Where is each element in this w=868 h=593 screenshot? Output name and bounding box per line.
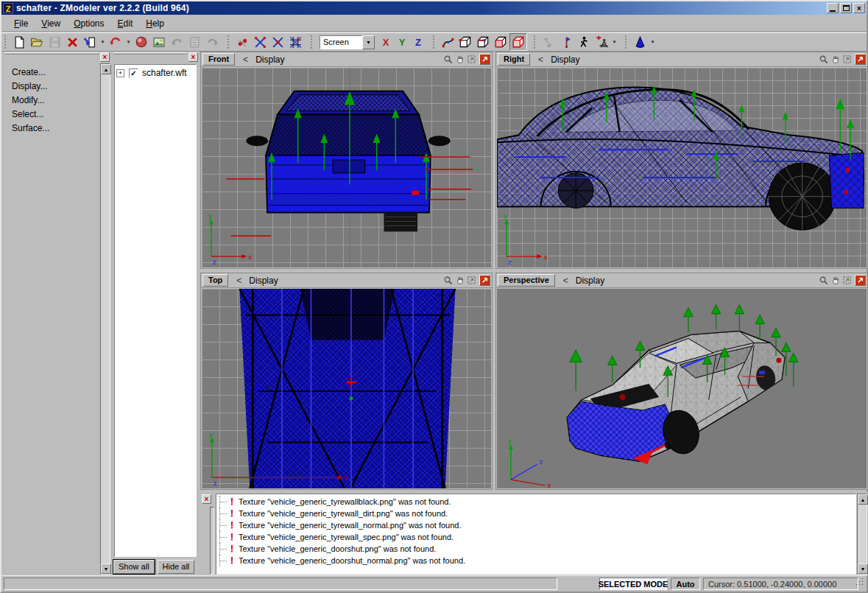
tree-panel-close-button[interactable]: × — [188, 52, 198, 62]
menu-options[interactable]: Options — [67, 17, 110, 30]
toolbar-grip[interactable] — [625, 35, 628, 49]
command-modify[interactable]: Modify... — [3, 93, 110, 107]
toolbar-grip[interactable] — [227, 35, 230, 49]
tree-item-schafter[interactable]: + ✓ schafter.wft — [115, 65, 196, 81]
zoom-region-icon[interactable] — [841, 54, 853, 65]
viewport-nav-glyph[interactable]: < — [243, 55, 248, 65]
hide-all-button[interactable]: Hide all — [158, 560, 195, 574]
select-edges-button[interactable] — [251, 33, 269, 51]
minimize-button[interactable] — [827, 3, 839, 13]
render-button[interactable] — [133, 33, 150, 51]
menu-help[interactable]: Help — [139, 17, 171, 30]
viewport-nav-glyph[interactable]: < — [563, 276, 568, 286]
screen-select-dropdown-icon[interactable]: ▼ — [362, 35, 375, 49]
menu-edit[interactable]: Edit — [111, 17, 140, 30]
visibility-checkbox[interactable]: ✓ — [129, 69, 138, 78]
export-dropdown[interactable]: ▼ — [124, 34, 133, 50]
scroll-down-icon[interactable]: ▼ — [858, 564, 868, 574]
import-dropdown[interactable]: ▼ — [99, 34, 107, 50]
log-scrollbar[interactable]: ▲ ▼ — [857, 494, 867, 575]
spline-tool-button[interactable] — [439, 33, 456, 51]
pan-hand-icon[interactable] — [830, 54, 841, 65]
level-faces-button[interactable] — [492, 33, 509, 51]
new-file-button[interactable] — [10, 33, 28, 51]
maximize-viewport-icon[interactable] — [479, 54, 490, 65]
scroll-down-icon[interactable]: ▼ — [101, 564, 111, 574]
command-surface[interactable]: Surface... — [3, 121, 110, 135]
viewport-perspective-canvas[interactable]: y z x — [497, 289, 867, 488]
select-faces-button[interactable] — [269, 33, 286, 51]
viewport-nav-glyph[interactable]: < — [538, 55, 543, 65]
log-panel-grip[interactable] — [210, 507, 214, 575]
pan-hand-icon[interactable] — [454, 275, 465, 286]
level-edges-button[interactable] — [474, 33, 492, 51]
zoom-icon[interactable] — [818, 54, 829, 65]
open-file-button[interactable] — [28, 33, 46, 51]
toolbar-grip[interactable] — [311, 35, 314, 49]
maximize-viewport-icon[interactable] — [855, 54, 866, 65]
scroll-up-icon[interactable]: ▲ — [101, 64, 111, 74]
maximize-viewport-icon[interactable] — [855, 275, 866, 286]
scroll-up-icon[interactable]: ▲ — [858, 494, 868, 505]
select-vertices-button[interactable] — [233, 33, 251, 51]
close-button[interactable]: × — [853, 3, 865, 13]
zoom-icon[interactable] — [818, 275, 829, 286]
import-button[interactable] — [81, 33, 99, 51]
axis-y-button[interactable]: Y — [394, 34, 410, 50]
zoom-region-icon[interactable] — [466, 54, 477, 65]
bones-tool-button[interactable] — [593, 33, 610, 51]
pan-hand-icon[interactable] — [454, 54, 465, 65]
viewport-display-menu[interactable]: Display — [255, 55, 442, 65]
viewport-display-menu[interactable]: Display — [249, 276, 442, 286]
axis-z-button[interactable]: Z — [410, 34, 426, 50]
pin-tool-button[interactable] — [557, 33, 575, 51]
viewport-display-menu[interactable]: Display — [551, 55, 817, 65]
viewport-right-canvas[interactable]: y x z — [497, 68, 867, 267]
command-panel-scrollbar[interactable]: ▲ ▼ — [100, 63, 110, 575]
viewport-top-label-button[interactable]: Top — [202, 274, 228, 287]
viewport-display-menu[interactable]: Display — [576, 276, 817, 286]
resize-grip-icon[interactable] — [855, 577, 865, 590]
show-all-button[interactable]: Show all — [113, 560, 155, 574]
materials-dropdown[interactable]: ▼ — [649, 34, 657, 50]
zoom-icon[interactable] — [442, 54, 454, 65]
viewport-top-canvas[interactable]: y x z — [202, 289, 491, 488]
materials-tool-button[interactable] — [631, 33, 649, 51]
level-vertices-button[interactable] — [456, 33, 474, 51]
menu-file[interactable]: File — [7, 17, 35, 30]
command-create[interactable]: Create... — [3, 65, 110, 79]
viewport-front-canvas[interactable]: y x z — [202, 68, 491, 267]
viewport-nav-glyph[interactable]: < — [236, 276, 241, 286]
expand-icon[interactable]: + — [116, 69, 124, 77]
menu-view[interactable]: View — [35, 17, 67, 30]
select-mesh-button[interactable] — [286, 33, 304, 51]
viewport-perspective-label-button[interactable]: Perspective — [498, 274, 555, 287]
viewport-right-label-button[interactable]: Right — [498, 53, 530, 66]
axis-x-button[interactable]: X — [378, 34, 394, 50]
command-panel-close-button[interactable]: × — [100, 52, 110, 62]
command-panel-grip[interactable] — [4, 52, 99, 55]
bones-dropdown[interactable]: ▼ — [610, 34, 618, 50]
zoom-icon[interactable] — [442, 275, 454, 286]
maximize-button[interactable] — [840, 3, 852, 13]
command-display[interactable]: Display... — [3, 79, 110, 93]
toolbar-grip[interactable] — [534, 35, 537, 49]
walk-mode-button[interactable] — [575, 33, 593, 51]
status-auto-toggle[interactable]: Auto — [671, 578, 700, 590]
level-objects-button[interactable] — [509, 33, 527, 51]
zoom-region-icon[interactable] — [841, 275, 853, 286]
export-button[interactable] — [107, 33, 124, 51]
delete-button[interactable] — [63, 33, 81, 51]
pan-hand-icon[interactable] — [830, 275, 841, 286]
maximize-viewport-icon[interactable] — [479, 275, 490, 286]
tree-panel-grip[interactable] — [113, 52, 187, 55]
toolbar-grip[interactable] — [4, 35, 7, 49]
menubar: File View Options Edit Help — [1, 15, 867, 32]
zoom-region-icon[interactable] — [466, 275, 477, 286]
viewport-front-label-button[interactable]: Front — [202, 53, 235, 66]
command-select[interactable]: Select... — [3, 107, 110, 121]
log-panel-close-button[interactable]: × — [202, 494, 211, 504]
scene-settings-button[interactable] — [150, 33, 168, 51]
toolbar-grip[interactable] — [433, 35, 436, 49]
screen-select[interactable]: Screen ▼ — [320, 35, 375, 49]
